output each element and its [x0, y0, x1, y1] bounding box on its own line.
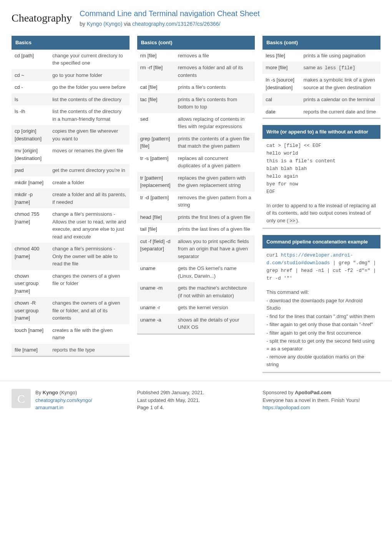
description-cell: gets the OS kernel's name (Linux, Darwin… [175, 262, 255, 282]
pipeline-note: This command will:- download the downlao… [262, 285, 380, 373]
command-cell: date [262, 106, 300, 118]
table-row: pwdget the current directory you're in [12, 164, 130, 177]
command-cell: ls [12, 93, 49, 106]
description-cell: prints the last lines of a given file [175, 223, 255, 235]
command-cell: sed [137, 113, 175, 133]
table-row: chmod 755 [name]change a file's permissi… [12, 208, 130, 243]
write-file-code: cat > [file] << EOF hello world this is … [262, 139, 380, 199]
table-row: rm [file]removes a file [137, 50, 255, 62]
command-cell: cal [262, 93, 300, 106]
description-cell: gets the machine's architecture (if not … [175, 282, 255, 302]
table-row: grep [pattern] [file]prints the contents… [137, 133, 255, 152]
basics-table: cd [path]change your current directory t… [12, 50, 130, 357]
via-label: via [122, 21, 132, 27]
sponsor-tagline: Everyone has a novel in them. Finish You… [262, 397, 360, 403]
note-line: - find for the lines that contain ".dmg"… [266, 313, 377, 320]
table-row: cd -go the the folder you were before [12, 81, 130, 93]
command-cell: ln -s [source] [desti­nation] [262, 74, 300, 93]
command-cell: ls -lh [12, 105, 49, 125]
description-cell: copies the given file wherever you want … [49, 125, 130, 145]
command-cell: uname [137, 262, 175, 282]
note-line: This command will: [266, 288, 377, 296]
description-cell: create a folder [49, 177, 130, 189]
command-cell: uname -m [137, 282, 175, 302]
basics-cont-table: rm [file]removes a filerm -rf [file]remo… [137, 50, 255, 335]
description-cell: prints the contents of a given file that… [175, 133, 255, 152]
description-cell: get the current directory you're in [49, 164, 130, 177]
command-cell: chmod 400 [name] [12, 243, 49, 270]
note-line: - filter again to get only those that co… [266, 321, 377, 328]
command-cell: less [file] [262, 50, 300, 62]
description-cell: replaces all concurrent duplicates of a … [175, 152, 255, 172]
command-cell: head [file] [137, 211, 175, 223]
description-cell: shows all the details of your UNIX OS [175, 314, 255, 334]
description-cell: prints the first lines of a given file [175, 211, 255, 223]
basics-cont2-block: Basics (cont) less [file]prints a file u… [262, 36, 380, 119]
description-cell: list the contents of the directory in a … [49, 105, 130, 125]
table-row: touch [name]creates a file with the give… [12, 324, 130, 344]
column-3: Basics (cont) less [file]prints a file u… [262, 36, 380, 373]
description-cell: changes the owners of a given file or fo… [49, 270, 130, 297]
column-2: Basics (cont) rm [file]removes a filerm … [137, 36, 255, 335]
table-row: cut -f [field] -d [separ­ator]allows you… [137, 235, 255, 263]
command-cell: uname -a [137, 314, 175, 334]
description-cell: create a folder and all its parents, if … [49, 188, 130, 208]
author-profile-link[interactable]: cheatography.com/kyngo/ [35, 397, 92, 403]
description-cell: reports the current date and time [300, 106, 380, 118]
command-cell: touch [name] [12, 324, 49, 344]
command-cell: cd ~ [12, 69, 49, 82]
block-header: Basics (cont) [137, 36, 255, 50]
description-cell: prints a file's contents from bottom to … [175, 93, 255, 113]
table-row: chown user:group [name]changes the owner… [12, 270, 130, 297]
command-cell: tr [pattern] [repla­cement] [137, 172, 175, 192]
author-link[interactable]: Kyngo (Kyngo) [87, 21, 123, 27]
command-cell: mv [origin] [desti­nation] [12, 145, 49, 164]
description-cell: reports the file type [49, 344, 130, 357]
columns: Basics cd [path]change your current dire… [0, 32, 392, 381]
command-cell: mkdir [name] [12, 177, 49, 189]
description-cell: creates a file with the given name [49, 324, 130, 344]
by-name: Kyngo [43, 390, 58, 395]
note-line: - filter again to get only the first occ… [266, 329, 377, 337]
table-row: mkdir [name]create a folder [12, 177, 130, 189]
command-cell: grep [pattern] [file] [137, 133, 175, 152]
table-row: file [name]reports the file type [12, 344, 130, 357]
note-line: - download the downlaods page for Androi… [266, 297, 377, 312]
write-file-note: In order to append to a file instead of … [262, 199, 380, 229]
note-line: - remove any double quotation marks on t… [266, 353, 377, 368]
command-cell: uname -r [137, 302, 175, 314]
description-cell: gets the kernel version [175, 302, 255, 314]
command-cell: rm [file] [137, 50, 175, 62]
command-cell: cp [origin] [desti­nation] [12, 125, 49, 145]
table-row: unamegets the OS kernel's name (Linux, D… [137, 262, 255, 282]
command-cell: chown user:group [name] [12, 270, 49, 297]
table-row: ls -lhlist the contents of the directory… [12, 105, 130, 125]
command-cell: mkdir -p [name] [12, 188, 49, 208]
description-cell: prints a calendar on the terminal [300, 93, 380, 106]
table-row: tr [pattern] [repla­cement]replaces the … [137, 172, 255, 192]
description-cell: allows you to print specific fields from… [175, 235, 255, 263]
note-post: ). [296, 218, 299, 223]
sponsor-pre: Sponsored by [262, 390, 295, 395]
header-text: Command Line and Terminal navigation Che… [80, 8, 380, 28]
description-cell: change a file's permissions - Allows the… [49, 208, 130, 243]
column-1: Basics cd [path]change your current dire… [12, 36, 130, 357]
table-row: ln -s [source] [desti­nation]makes a sym… [262, 74, 380, 93]
site-logo: Cheatography [12, 10, 72, 26]
source-link[interactable]: cheatography.com/131267/cs/26366/ [132, 21, 220, 27]
page-footer: C By Kyngo (Kyngo) cheatography.com/kyng… [0, 381, 392, 427]
description-cell: replaces the given pattern with the give… [175, 172, 255, 192]
block-header: Write (or append to) a file without an e… [262, 125, 380, 139]
description-cell: go to your home folder [49, 69, 130, 82]
command-cell: cat [file] [137, 81, 175, 93]
author-site-link[interactable]: arnaumart.in [35, 405, 63, 410]
table-row: mv [origin] [desti­nation]moves or renam… [12, 145, 130, 164]
command-cell: tac [file] [137, 93, 175, 113]
table-row: mkdir -p [name]create a folder and all i… [12, 188, 130, 208]
sponsor-link[interactable]: https://apollopad.com [262, 405, 310, 410]
command-cell: chmod 755 [name] [12, 208, 49, 243]
table-row: datereports the current date and time [262, 106, 380, 118]
published-date: Published 29th January, 2021. [137, 390, 204, 395]
footer-pub: Published 29th January, 2021. Last updat… [137, 389, 255, 412]
description-cell: list the contents of the directory [49, 93, 130, 106]
